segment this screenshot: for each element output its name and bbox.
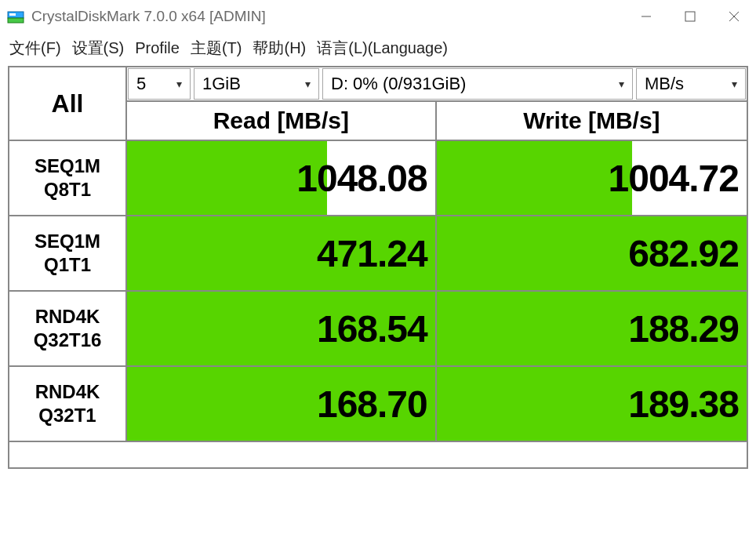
- row-label-bottom: Q32T16: [9, 329, 125, 352]
- app-icon: [6, 7, 25, 26]
- chevron-down-icon: ▾: [305, 78, 311, 90]
- titlebar: CrystalDiskMark 7.0.0 x64 [ADMIN]: [0, 0, 756, 33]
- drive-value: D: 0% (0/931GiB): [331, 74, 466, 94]
- write-value-cell: 189.38: [436, 366, 747, 441]
- chevron-down-icon: ▾: [176, 78, 182, 90]
- test-button-rnd4k-q32t1[interactable]: RND4K Q32T1: [9, 366, 126, 441]
- table-row: RND4K Q32T1 168.70 189.38: [9, 366, 747, 441]
- test-button-rnd4k-q32t16[interactable]: RND4K Q32T16: [9, 291, 126, 366]
- row-label-top: SEQ1M: [9, 154, 125, 178]
- test-size-dropdown[interactable]: 1GiB ▾: [194, 68, 319, 100]
- test-count-dropdown[interactable]: 5 ▾: [128, 68, 191, 100]
- unit-value: MB/s: [645, 74, 684, 94]
- benchmark-grid: All 5 ▾ 1GiB ▾ D: 0% (0/931GiB) ▾ MB/s ▾: [8, 66, 748, 469]
- read-value: 168.70: [127, 367, 427, 441]
- minimize-button[interactable]: [624, 0, 668, 33]
- read-value: 471.24: [127, 216, 427, 290]
- svg-rect-4: [685, 12, 695, 21]
- svg-rect-2: [9, 13, 16, 16]
- row-label-top: SEQ1M: [9, 230, 125, 253]
- write-value-cell: 682.92: [436, 216, 747, 291]
- menubar: 文件(F) 设置(S) Profile 主题(T) 帮助(H) 语言(L)(La…: [0, 33, 756, 63]
- test-button-seq1m-q1t1[interactable]: SEQ1M Q1T1: [9, 216, 126, 291]
- table-row: SEQ1M Q1T1 471.24 682.92: [9, 216, 747, 291]
- drive-dropdown[interactable]: D: 0% (0/931GiB) ▾: [322, 68, 633, 100]
- test-size-value: 1GiB: [202, 74, 241, 94]
- maximize-button[interactable]: [668, 0, 712, 33]
- status-bar: [9, 441, 747, 468]
- close-button[interactable]: [712, 0, 756, 33]
- chevron-down-icon: ▾: [732, 78, 737, 90]
- row-label-bottom: Q8T1: [9, 178, 125, 202]
- read-value-cell: 168.70: [126, 366, 436, 441]
- menu-profile[interactable]: Profile: [135, 39, 180, 57]
- window-buttons: [624, 0, 756, 33]
- write-value: 1004.72: [437, 141, 739, 215]
- write-value: 682.92: [437, 216, 739, 290]
- menu-theme[interactable]: 主题(T): [191, 38, 242, 59]
- workarea: All 5 ▾ 1GiB ▾ D: 0% (0/931GiB) ▾ MB/s ▾: [0, 63, 756, 477]
- table-row: RND4K Q32T16 168.54 188.29: [9, 291, 747, 366]
- svg-rect-1: [8, 18, 24, 23]
- write-value-cell: 188.29: [436, 291, 747, 366]
- run-all-button[interactable]: All: [9, 67, 126, 140]
- test-count-value: 5: [136, 74, 146, 94]
- menu-settings[interactable]: 设置(S): [72, 38, 125, 59]
- test-button-seq1m-q8t1[interactable]: SEQ1M Q8T1: [9, 140, 126, 216]
- write-value: 188.29: [437, 292, 739, 365]
- menu-language[interactable]: 语言(L)(Language): [317, 38, 448, 59]
- table-row: SEQ1M Q8T1 1048.08 1004.72: [9, 140, 747, 216]
- read-value: 1048.08: [127, 141, 427, 215]
- row-label-bottom: Q32T1: [9, 404, 125, 427]
- read-value-cell: 1048.08: [126, 140, 436, 216]
- run-all-label: All: [52, 89, 84, 118]
- chevron-down-icon: ▾: [619, 78, 624, 90]
- row-label-bottom: Q1T1: [9, 253, 125, 277]
- write-value-cell: 1004.72: [436, 140, 747, 216]
- read-header: Read [MB/s]: [126, 101, 436, 140]
- row-label-top: RND4K: [9, 305, 125, 329]
- write-header: Write [MB/s]: [436, 101, 747, 140]
- window-title: CrystalDiskMark 7.0.0 x64 [ADMIN]: [31, 8, 624, 25]
- menu-help[interactable]: 帮助(H): [253, 38, 306, 59]
- row-label-top: RND4K: [9, 380, 125, 404]
- write-value: 189.38: [437, 367, 739, 441]
- menu-file[interactable]: 文件(F): [9, 38, 61, 59]
- read-value-cell: 168.54: [126, 291, 436, 366]
- unit-dropdown[interactable]: MB/s ▾: [636, 68, 746, 100]
- read-value-cell: 471.24: [126, 216, 436, 291]
- read-value: 168.54: [127, 292, 427, 365]
